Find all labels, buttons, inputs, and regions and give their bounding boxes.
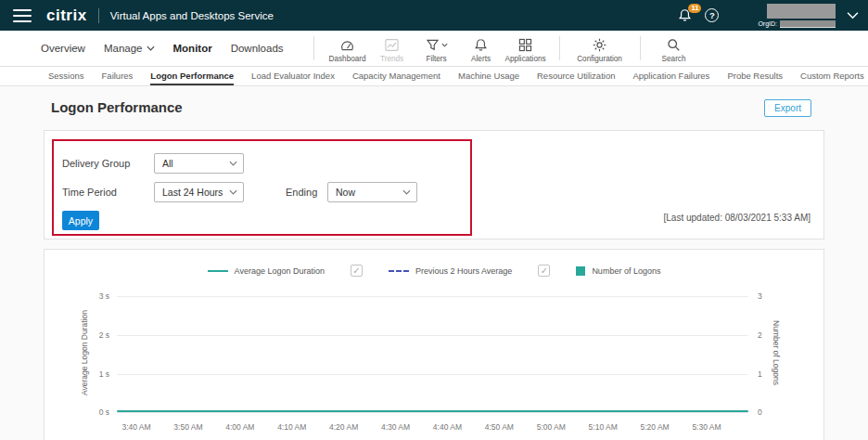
subtab-custom-reports[interactable]: Custom Reports	[800, 67, 864, 85]
tool-alerts-button[interactable]: Alerts	[459, 34, 504, 63]
chevron-down-icon	[441, 43, 448, 47]
help-glyph: ?	[709, 10, 715, 20]
ending-label: Ending	[286, 182, 317, 202]
top-header-bar: citrix Virtual Apps and Desktops Service…	[0, 0, 868, 31]
main-nav-bar: Overview Manage Monitor Downloads Dashbo…	[0, 31, 868, 67]
x-tick: 5:10 AM	[581, 422, 624, 432]
chart-legend: Average Logon Duration ✓ Previous 2 Hour…	[45, 265, 823, 277]
org-id-label: OrgID:	[758, 20, 777, 27]
x-tick: 4:50 AM	[478, 422, 520, 432]
gridline	[117, 374, 748, 375]
chevron-down-icon	[229, 189, 237, 195]
time-period-label: Time Period	[62, 182, 117, 202]
right-axis-title: Number of Logons	[772, 288, 781, 418]
monitor-subnav-bar: Sessions Failures Logon Performance Load…	[0, 67, 868, 86]
page-title: Logon Performance	[51, 99, 183, 115]
delivery-group-select[interactable]: All	[154, 153, 244, 174]
square-swatch	[576, 266, 585, 276]
last-updated-text: [Last updated: 08/03/2021 5:33 AM]	[664, 213, 811, 223]
applications-grid-icon	[517, 37, 533, 53]
product-title: Virtual Apps and Desktops Service	[110, 10, 274, 21]
solid-line-swatch	[208, 270, 228, 272]
tool-configuration-button[interactable]: Configuration	[571, 34, 629, 63]
x-axis-labels: 3:40 AM 3:50 AM 4:00 AM 4:10 AM 4:20 AM …	[115, 422, 728, 432]
export-button[interactable]: Export	[764, 99, 811, 117]
x-tick: 5:20 AM	[633, 422, 676, 432]
dashboard-gauge-icon	[339, 37, 355, 53]
nav-divider	[313, 36, 314, 60]
legend-item-average-logon-duration: Average Logon Duration	[208, 266, 325, 276]
delivery-group-label: Delivery Group	[62, 153, 130, 174]
subtab-logon-performance[interactable]: Logon Performance	[150, 67, 234, 85]
tool-search-button[interactable]: Search	[652, 34, 696, 63]
search-magnifier-icon	[666, 37, 682, 53]
header-right-controls: 11 ? OrgID:	[677, 4, 859, 28]
subtab-application-failures[interactable]: Application Failures	[632, 67, 709, 85]
subtab-capacity-management[interactable]: Capacity Management	[352, 67, 440, 85]
configuration-gear-icon	[592, 37, 607, 53]
left-axis-title: Average Logon Duration	[80, 288, 89, 418]
redacted-block	[767, 4, 836, 19]
header-notifications-button[interactable]: 11	[677, 7, 694, 24]
gridline	[117, 296, 748, 297]
subtab-sessions[interactable]: Sessions	[48, 67, 84, 85]
nav-item-overview[interactable]: Overview	[41, 43, 85, 54]
legend-item-number-of-logons: Number of Logons	[576, 266, 660, 276]
trends-chart-icon	[384, 37, 400, 53]
checkmark-icon: ✓	[352, 265, 360, 276]
tool-filters-button[interactable]: Filters	[415, 34, 459, 63]
legend-checkbox-previous-2-hours-average[interactable]: ✓	[538, 265, 550, 277]
apply-button[interactable]: Apply	[62, 211, 99, 230]
ending-select[interactable]: Now	[327, 182, 417, 202]
gridline	[117, 335, 748, 336]
hamburger-menu-button[interactable]	[13, 9, 32, 22]
chevron-down-icon	[402, 189, 411, 195]
redacted-block	[780, 20, 836, 28]
x-tick: 4:40 AM	[426, 422, 468, 432]
logon-performance-chart-panel: Average Logon Duration ✓ Previous 2 Hour…	[44, 249, 824, 440]
chevron-down-icon	[229, 161, 237, 166]
nav-divider	[559, 36, 560, 60]
dashed-line-swatch	[389, 270, 409, 272]
x-tick: 3:40 AM	[115, 422, 158, 432]
x-tick: 4:10 AM	[271, 422, 313, 432]
x-tick: 3:50 AM	[167, 422, 210, 432]
filter-panel: Delivery Group All Time Period Last 24 H…	[44, 130, 824, 239]
tool-dashboard-button[interactable]: Dashboard	[326, 34, 370, 63]
header-divider	[98, 8, 99, 23]
time-period-select[interactable]: Last 24 Hours	[154, 182, 244, 202]
chevron-down-icon[interactable]	[847, 11, 859, 19]
citrix-monitor-screen: citrix Virtual Apps and Desktops Service…	[0, 0, 868, 440]
x-tick: 5:00 AM	[530, 422, 572, 432]
tool-applications-button[interactable]: Applications	[504, 34, 548, 63]
notification-count-badge: 11	[688, 4, 701, 13]
legend-checkbox-average-logon-duration[interactable]: ✓	[351, 265, 363, 277]
x-tick: 4:30 AM	[375, 422, 417, 432]
help-button[interactable]: ?	[705, 8, 719, 22]
checkmark-icon: ✓	[541, 265, 548, 276]
alerts-bell-icon	[473, 37, 489, 53]
subtab-resource-utilization[interactable]: Resource Utilization	[537, 67, 615, 85]
gridline	[117, 412, 748, 413]
subtab-machine-usage[interactable]: Machine Usage	[458, 67, 519, 85]
nav-item-monitor[interactable]: Monitor	[173, 43, 212, 54]
x-tick: 4:00 AM	[219, 422, 262, 432]
legend-item-previous-2-hours-average: Previous 2 Hours Average	[389, 266, 512, 276]
citrix-logo: citrix	[46, 6, 87, 25]
nav-divider	[640, 36, 641, 60]
chevron-down-icon	[147, 45, 155, 51]
subtab-failures[interactable]: Failures	[102, 67, 134, 85]
x-tick: 5:30 AM	[685, 422, 728, 432]
nav-item-downloads[interactable]: Downloads	[231, 43, 284, 54]
subtab-probe-results[interactable]: Probe Results	[727, 67, 783, 85]
subtab-load-evaluator-index[interactable]: Load Evaluator Index	[251, 67, 335, 85]
nav-item-manage[interactable]: Manage	[104, 43, 155, 54]
filter-funnel-icon	[425, 37, 440, 53]
x-tick: 4:20 AM	[323, 422, 365, 432]
tool-trends-button[interactable]: Trends	[370, 34, 415, 63]
average-logon-duration-series-line	[117, 410, 748, 412]
account-info: OrgID:	[758, 4, 836, 28]
